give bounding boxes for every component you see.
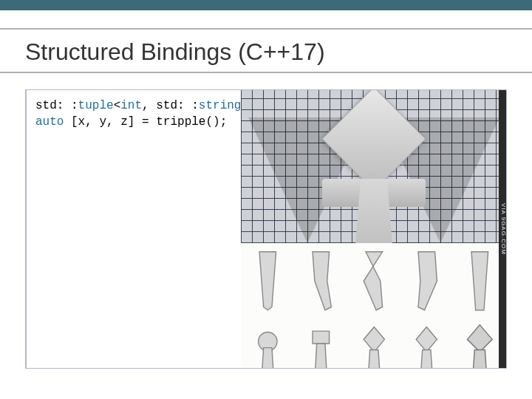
watermark-strip: VIA 9GAG.COM xyxy=(499,89,507,369)
tie-step-5 xyxy=(454,246,505,316)
slide-title: Structured Bindings (C++17) xyxy=(0,30,532,72)
tie-step-7 xyxy=(296,317,347,369)
code-kw-auto: auto xyxy=(35,115,64,129)
code-kw-string: string xyxy=(199,99,242,112)
tie-diagram-grid xyxy=(241,243,507,369)
tie-photo xyxy=(241,89,507,243)
code-text: [x, y, z] = tripple(); xyxy=(64,115,227,129)
tie-step-3 xyxy=(348,246,400,316)
tie-step-4 xyxy=(401,246,453,316)
code-sym: , xyxy=(142,99,156,112)
code-kw-tuple: tuple xyxy=(78,99,114,112)
code-ns: std: : xyxy=(35,99,78,112)
content-frame: std: :tuple<int, std: :string auto [x, y… xyxy=(25,89,507,369)
tie-step-9 xyxy=(401,317,453,369)
code-kw-int: int xyxy=(120,99,142,112)
slide-top-accent xyxy=(0,0,532,10)
tie-step-6 xyxy=(242,317,294,369)
tie-step-8 xyxy=(348,317,400,369)
title-underline xyxy=(0,72,532,73)
tie-step-1 xyxy=(242,246,294,316)
tie-step-10 xyxy=(454,317,505,369)
illustrative-image: VIA 9GAG.COM xyxy=(241,89,507,369)
tie-step-2 xyxy=(296,246,347,316)
code-ns: std: : xyxy=(156,99,199,112)
code-sym: < xyxy=(114,99,121,112)
